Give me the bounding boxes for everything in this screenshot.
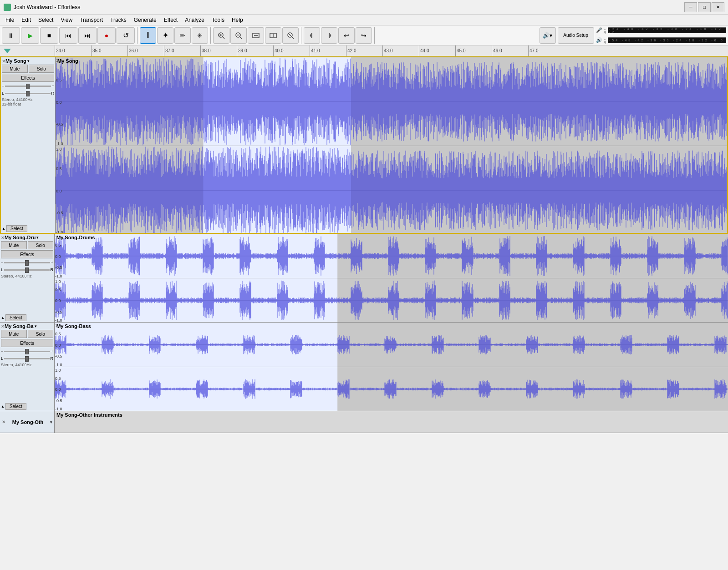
track-controls-my-song: ✕ My Song ▾ Mute Solo Effects – + [1,57,56,233]
undo-button[interactable]: ↩ [338,27,355,44]
track-info-my-song-bass: Stereo, 44100Hz [1,363,53,367]
select-arrow-drums[interactable]: ▲ [1,316,5,320]
gain-slider-bass[interactable] [4,348,50,354]
minimize-button[interactable]: ─ [684,2,697,12]
title-bar: Josh Woodward - Effortless ─ □ ✕ [0,0,728,15]
track-solo-my-song[interactable]: Solo [29,65,55,73]
track-mute-my-song-drums[interactable]: Mute [1,241,27,249]
zoom-in-button[interactable] [213,27,229,44]
ruler[interactable]: 34.0 35.0 36.0 37.0 38.0 39.0 40.0 41.0 … [0,45,728,56]
select-arrow-bass[interactable]: ▲ [1,404,5,409]
main-content: ✕ My Song ▾ Mute Solo Effects – + [0,56,728,570]
tracks-area: ✕ My Song ▾ Mute Solo Effects – + [0,56,728,570]
pause-button[interactable]: ⏸ [2,27,20,44]
track-effects-my-song-drums[interactable]: Effects [1,250,53,258]
skip-forward-button[interactable]: ⏭ [78,27,97,44]
svg-line-1 [223,37,224,39]
select-button-drums[interactable]: Select [5,314,26,321]
menu-analyze[interactable]: Analyze [181,16,208,24]
loop-button[interactable]: ↺ [117,27,135,44]
select-tool-button[interactable]: I [140,27,156,44]
track-dropdown-my-song-other[interactable]: ▾ [50,420,52,424]
select-button-my-song[interactable]: Select [6,225,27,232]
skip-back-button[interactable]: ⏮ [59,27,77,44]
select-arrow-my-song[interactable]: ▲ [2,227,5,231]
menu-transport[interactable]: Transport [76,16,107,24]
pan-slider-drums[interactable] [4,267,49,273]
gain-minus-bass: – [1,349,3,353]
audio-setup-area: 🔊▾ Audio Setup 🎤 LR -54 -48 -42 -36 -30 … [540,26,727,45]
track-gain-my-song-bass: – + [1,348,53,354]
waveform-my-song-bass[interactable]: My Song-Bass [55,323,728,411]
select-button-bass[interactable]: Select [5,403,26,410]
multi-tool-button[interactable]: ✦ [157,27,173,44]
ruler-mark: 46.0 [492,45,528,56]
redo-button[interactable]: ↪ [356,27,372,44]
track-dropdown-my-song[interactable]: ▾ [27,59,30,63]
star-tool-button[interactable]: ✳ [192,27,208,44]
menu-effect[interactable]: Effect [160,16,181,24]
pan-slider-my-song[interactable] [5,90,50,96]
gain-slider-my-song[interactable] [5,83,51,89]
waveform-my-song-other[interactable]: My Song-Other Instruments [55,411,728,433]
track-name-my-song-bass: My Song-Ba [5,323,34,329]
track-close-my-song-drums[interactable]: ✕ [1,235,5,240]
track-effects-my-song-bass[interactable]: Effects [1,339,53,347]
track-close-my-song-other[interactable]: ✕ [2,419,5,424]
track-close-my-song[interactable]: ✕ [2,59,5,64]
track-select-drums: ▲ Select [1,314,26,321]
track-effects-my-song[interactable]: Effects [2,74,54,82]
app-icon [4,4,11,11]
fit-horizontal-button[interactable] [248,27,264,44]
volume-button[interactable]: 🔊▾ [540,27,556,44]
trim-left-button[interactable] [304,27,320,44]
menu-file[interactable]: File [2,16,18,24]
track-name-row-my-song-bass: My Song-Ba ▾ [5,323,53,329]
toolbar-separator-2 [210,27,211,44]
ruler-mark: 41.0 [310,45,346,56]
trim-right-button[interactable] [321,27,337,44]
track-solo-my-song-bass[interactable]: Solo [28,330,54,338]
track-solo-my-song-drums[interactable]: Solo [28,241,54,249]
track-controls-my-song-drums: ✕ My Song-Dru ▾ Mute Solo Effects – [0,234,55,322]
track-dropdown-my-song-drums[interactable]: ▾ [36,235,39,240]
menu-generate[interactable]: Generate [130,16,160,24]
output-meter-row: 🔊 LR -54 -48 -42 -36 -30 -24 -18 -12 -6 … [596,36,727,45]
maximize-button[interactable]: □ [698,2,711,12]
fit-vertical-button[interactable] [265,27,281,44]
waveform-canvas-my-song [56,57,727,233]
track-gain-my-song: – + [2,83,54,89]
track-pan-my-song: L R [2,90,54,96]
ruler-mark: 45.0 [455,45,492,56]
titlebar-controls[interactable]: ─ □ ✕ [684,2,724,12]
zoom-reset-button[interactable] [282,27,299,44]
pan-slider-bass[interactable] [4,355,49,362]
menu-view[interactable]: View [57,16,76,24]
draw-tool-button[interactable]: ✏ [174,27,191,44]
menu-edit[interactable]: Edit [18,16,35,24]
track-dropdown-my-song-bass[interactable]: ▾ [35,324,37,328]
record-button[interactable]: ● [97,27,116,44]
close-button[interactable]: ✕ [712,2,724,12]
play-button[interactable]: ▶ [21,27,39,44]
stop-button[interactable]: ■ [40,27,58,44]
ruler-mark: 47.0 [528,45,565,56]
waveform-my-song[interactable]: My Song [56,57,727,233]
track-close-my-song-bass[interactable]: ✕ [1,324,5,329]
audio-setup-button[interactable]: Audio Setup [558,27,594,44]
track-select-my-song: ▲ Select [2,225,27,232]
waveform-my-song-drums[interactable]: My Song-Drums [55,234,728,322]
track-pan-my-song-drums: L R [1,267,53,273]
menu-select[interactable]: Select [35,16,57,24]
track-my-song: ✕ My Song ▾ Mute Solo Effects – + [0,56,728,234]
menu-help[interactable]: Help [228,16,247,24]
zoom-out-button[interactable] [230,27,247,44]
menu-tools[interactable]: Tools [208,16,228,24]
gain-minus-my-song: – [2,84,4,88]
gain-slider-drums[interactable] [4,259,50,266]
svg-line-13 [289,34,291,36]
track-mute-my-song-bass[interactable]: Mute [1,330,27,338]
window-title: Josh Woodward - Effortless [14,4,80,10]
menu-tracks[interactable]: Tracks [107,16,130,24]
track-mute-my-song[interactable]: Mute [2,65,28,73]
